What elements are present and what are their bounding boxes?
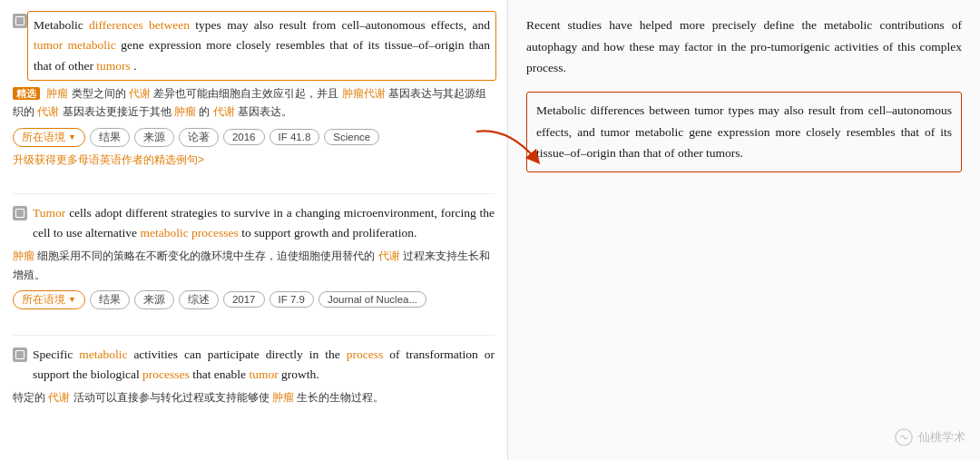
entry-1: Metabolic differences between types may … bbox=[13, 11, 495, 177]
entry-3-header: Specific metabolic activities can partic… bbox=[13, 345, 495, 386]
entry-2-chinese: 肿瘤 细胞采用不同的策略在不断变化的微环境中生存，迫使细胞使用替代的 代谢 过程… bbox=[13, 247, 495, 284]
right-highlighted-block: Metabolic differences between tumor type… bbox=[526, 92, 962, 172]
badge-review-2[interactable]: 综述 bbox=[179, 290, 219, 309]
entry-1-icon bbox=[13, 14, 27, 28]
entry-3: Specific metabolic activities can partic… bbox=[13, 345, 495, 416]
watermark-label: 仙桃学术 bbox=[918, 429, 965, 445]
entry-1-word3: tumors bbox=[96, 59, 131, 73]
entry-3-chinese: 特定的 代谢 活动可以直接参与转化过程或支持能够使 肿瘤 生长的生物过程。 bbox=[13, 388, 495, 406]
entry-1-header: Metabolic differences between types may … bbox=[13, 11, 495, 81]
badge-year-2[interactable]: 2017 bbox=[223, 291, 265, 308]
badge-if-1[interactable]: IF 41.8 bbox=[270, 129, 320, 145]
badge-journal-2[interactable]: Journal of Nuclea... bbox=[318, 291, 426, 308]
divider-1 bbox=[13, 193, 495, 194]
badge-if-2[interactable]: IF 7.9 bbox=[270, 291, 314, 308]
badge-context-2[interactable]: 所在语境 ▼ bbox=[13, 290, 85, 309]
entry-3-icon bbox=[13, 347, 27, 362]
badge-thesis-1[interactable]: 论著 bbox=[179, 128, 219, 147]
entry-1-word1: differences between bbox=[89, 18, 195, 32]
watermark: 仙桃学术 bbox=[894, 427, 965, 447]
entry-1-part2: types may also result from cell–autonomo… bbox=[195, 18, 490, 32]
entry-2-header: Tumor cells adopt different strategies t… bbox=[13, 203, 495, 244]
entry-2-badges: 所在语境 ▼ 结果 来源 综述 2017 IF 7.9 Journal of N… bbox=[13, 290, 495, 309]
entry-2: Tumor cells adopt different strategies t… bbox=[13, 203, 495, 318]
entry-3-english: Specific metabolic activities can partic… bbox=[33, 345, 495, 386]
badge-year-1[interactable]: 2016 bbox=[223, 129, 265, 145]
arrow-indicator bbox=[472, 122, 544, 177]
right-panel: Recent studies have helped more precisel… bbox=[508, 0, 980, 460]
badge-source-1[interactable]: 来源 bbox=[134, 128, 174, 147]
badge-result-1[interactable]: 结果 bbox=[90, 128, 130, 147]
entry-2-english: Tumor cells adopt different strategies t… bbox=[33, 203, 495, 244]
badge-context-1[interactable]: 所在语境 ▼ bbox=[13, 128, 85, 147]
entry-1-english: Metabolic differences between types may … bbox=[27, 11, 496, 81]
badge-journal-1[interactable]: Science bbox=[324, 129, 379, 145]
entry-1-part4: . bbox=[133, 59, 136, 73]
badge-source-2[interactable]: 来源 bbox=[134, 290, 174, 309]
jing-badge: 精选 bbox=[13, 87, 40, 100]
entry-1-badges: 所在语境 ▼ 结果 来源 论著 2016 IF 41.8 Science bbox=[13, 128, 495, 147]
divider-2 bbox=[13, 335, 495, 336]
entry-1-chinese: 精选 肿瘤 类型之间的 代谢 差异也可能由细胞自主效应引起，并且 肿瘤代谢 基因… bbox=[13, 84, 495, 122]
right-intro-text: Recent studies have helped more precisel… bbox=[526, 15, 962, 79]
cn-word1: 肿瘤 bbox=[46, 87, 68, 100]
left-panel: Metabolic differences between types may … bbox=[0, 0, 508, 460]
upgrade-link[interactable]: 升级获得更多母语英语作者的精选例句> bbox=[13, 152, 495, 168]
watermark-icon bbox=[894, 427, 914, 447]
entry-1-prefix: Metabolic bbox=[34, 18, 83, 32]
entry-2-icon bbox=[13, 206, 27, 220]
badge-result-2[interactable]: 结果 bbox=[90, 290, 130, 309]
entry-1-word2: tumor metabolic bbox=[34, 38, 116, 52]
